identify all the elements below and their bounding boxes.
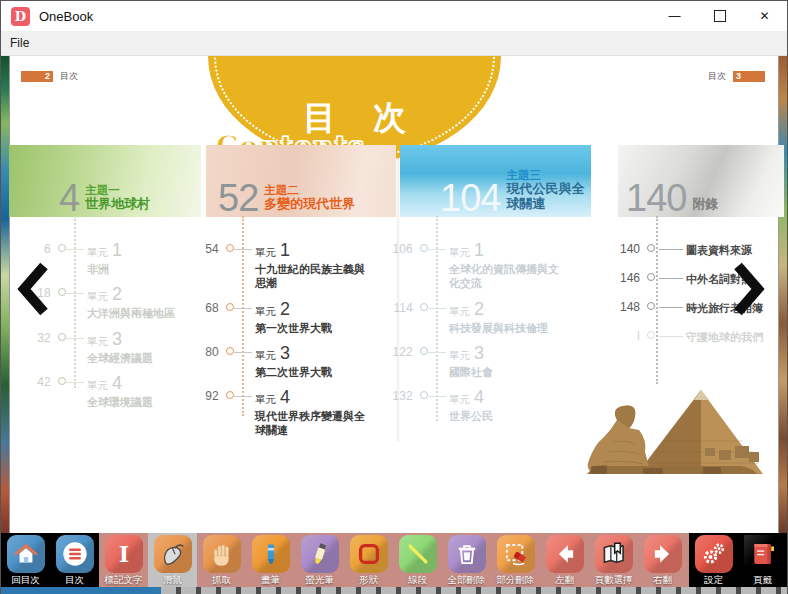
flip-right-icon bbox=[644, 535, 682, 573]
toc-item-node bbox=[645, 269, 659, 287]
page-corner-left: 2 目次 bbox=[21, 70, 78, 83]
connector-line bbox=[428, 352, 446, 379]
toc-item[interactable]: 132單元4世界公民 bbox=[391, 387, 563, 423]
toc-item-node bbox=[56, 329, 66, 365]
connector-line bbox=[234, 352, 252, 379]
unit-label: 單元4 bbox=[449, 387, 563, 408]
text-mark-tool-button[interactable]: I標記文字 bbox=[99, 533, 148, 587]
unit-label: 單元3 bbox=[87, 329, 201, 350]
delete-all-tool-button[interactable]: 全部刪除 bbox=[442, 533, 491, 587]
flip-next-page-button[interactable] bbox=[732, 262, 768, 316]
circle-marker-icon bbox=[226, 303, 234, 311]
toc-item-page-number: 122 bbox=[391, 345, 418, 379]
toc-item-page-number: I bbox=[611, 329, 645, 345]
toc-item-page-number: 148 bbox=[611, 300, 645, 316]
toc-item-node bbox=[418, 387, 428, 423]
maximize-button[interactable] bbox=[697, 1, 742, 31]
toc-item[interactable]: I守護地球的我們 bbox=[611, 327, 783, 345]
circle-marker-icon bbox=[420, 303, 428, 311]
page-select-icon bbox=[595, 535, 633, 573]
toc-item-node bbox=[645, 298, 659, 316]
maximize-icon bbox=[714, 10, 726, 22]
connector-line bbox=[659, 307, 683, 316]
home-tool-button[interactable]: 回目次 bbox=[1, 533, 50, 587]
mouse-icon bbox=[154, 535, 192, 573]
connector-line bbox=[234, 308, 252, 335]
toc-item[interactable]: 114單元2科技發展與科技倫理 bbox=[391, 299, 563, 335]
toc-item-title: 科技發展與科技倫理 bbox=[449, 321, 563, 335]
tool-label: 回目次 bbox=[11, 574, 40, 587]
menu-file[interactable]: File bbox=[1, 36, 38, 50]
toc-item[interactable]: 68單元2第一次世界大戰 bbox=[197, 299, 369, 335]
tool-label: 頁籤 bbox=[753, 574, 772, 587]
unit-label: 單元4 bbox=[87, 373, 201, 394]
partial-erase-tool-button[interactable]: 部分刪除 bbox=[491, 533, 540, 587]
page-corner-label: 目次 bbox=[60, 70, 78, 83]
close-button[interactable]: ✕ bbox=[742, 1, 787, 31]
shape-tool-button[interactable]: 形狀 bbox=[344, 533, 393, 587]
toc-item-title: 現代世界秩序變遷與全球關連 bbox=[255, 409, 369, 438]
book-page-stage: 2 目次 目次 3 目 次 Contents 4主題一世界地球村52主題二多變的… bbox=[1, 56, 787, 533]
flip-right-tool-button[interactable]: 右翻 bbox=[638, 533, 687, 587]
title-bar: D OneBook — ✕ bbox=[1, 1, 787, 31]
toc-item-node bbox=[224, 299, 234, 335]
toc-item-title: 圖表資料來源 bbox=[686, 243, 783, 258]
unit-label: 單元1 bbox=[449, 240, 563, 261]
svg-text:I: I bbox=[118, 541, 128, 567]
minimize-button[interactable]: — bbox=[652, 1, 697, 31]
circle-marker-icon bbox=[420, 347, 428, 355]
hand-grab-tool-button[interactable]: 抓取 bbox=[197, 533, 246, 587]
connector-line bbox=[428, 249, 446, 291]
connector-line bbox=[66, 382, 84, 409]
toc-item[interactable]: 122單元3國際社會 bbox=[391, 343, 563, 379]
toc-item-page-number: 114 bbox=[391, 301, 418, 335]
theme-page-number: 140 bbox=[626, 182, 686, 214]
toc-item[interactable]: 6單元1非洲 bbox=[29, 240, 201, 276]
text-mark-icon: I bbox=[105, 535, 143, 573]
mouse-tool-button[interactable]: 滑鼠 bbox=[148, 533, 197, 587]
toc-item[interactable]: 92單元4現代世界秩序變遷與全球關連 bbox=[197, 387, 369, 438]
highlighter-tool-button[interactable]: 螢光筆 bbox=[295, 533, 344, 587]
theme-title: 世界地球村 bbox=[85, 197, 150, 212]
toc-list-tool-button[interactable]: 目次 bbox=[50, 533, 99, 587]
unit-label: 單元2 bbox=[449, 299, 563, 320]
toolbar-section-black-0: 回目次目次 bbox=[1, 533, 99, 587]
tool-label: 螢光筆 bbox=[305, 574, 334, 587]
circle-marker-icon bbox=[647, 302, 655, 310]
toc-item-title: 守護地球的我們 bbox=[686, 330, 783, 345]
connector-line bbox=[234, 249, 252, 291]
toc-item[interactable]: 32單元3全球經濟議題 bbox=[29, 329, 201, 365]
page-tab-tool-button[interactable]: 頁籤 bbox=[738, 533, 787, 587]
settings-gear-tool-button[interactable]: 設定 bbox=[689, 533, 738, 587]
toc-item-title: 全球環境議題 bbox=[87, 395, 201, 409]
toc-item[interactable]: 18單元2大洋洲與兩極地區 bbox=[29, 284, 201, 320]
toc-item[interactable]: 106單元1全球化的資訊傳播與文化交流 bbox=[391, 240, 563, 291]
toc-item-page-number: 146 bbox=[611, 271, 645, 287]
connector-line bbox=[428, 396, 446, 423]
tool-label: 目次 bbox=[65, 574, 84, 587]
toc-item[interactable]: 42單元4全球環境議題 bbox=[29, 373, 201, 409]
page-thumbnail-strip[interactable] bbox=[1, 587, 787, 594]
flip-previous-page-button[interactable] bbox=[14, 262, 50, 316]
page-edge-left bbox=[1, 56, 10, 533]
hand-grab-icon bbox=[203, 535, 241, 573]
connector-line bbox=[428, 308, 446, 335]
toc-item-title: 第一次世界大戰 bbox=[255, 321, 369, 335]
page-select-tool-button[interactable]: 頁數選擇 bbox=[589, 533, 638, 587]
theme-banner-4: 140附錄 bbox=[618, 145, 784, 217]
toc-item[interactable]: 54單元1十九世紀的民族主義與思潮 bbox=[197, 240, 369, 291]
circle-marker-icon bbox=[226, 347, 234, 355]
toc-item-node bbox=[56, 373, 66, 409]
tool-label: 設定 bbox=[704, 574, 723, 587]
circle-marker-icon bbox=[226, 391, 234, 399]
theme-banner-2: 52主題二多變的現代世界 bbox=[206, 145, 396, 217]
toc-item-page-number: 32 bbox=[29, 331, 56, 365]
line-segment-tool-button[interactable]: 線段 bbox=[393, 533, 442, 587]
toc-item[interactable]: 80單元3第二次世界大戰 bbox=[197, 343, 369, 379]
flip-left-tool-button[interactable]: 左翻 bbox=[540, 533, 589, 587]
page-number-tab: 3 bbox=[733, 71, 765, 82]
tool-label: 右翻 bbox=[653, 574, 672, 587]
unit-label: 單元1 bbox=[87, 240, 201, 261]
toc-item[interactable]: 140圖表資料來源 bbox=[611, 240, 783, 258]
pen-tool-button[interactable]: 畫筆 bbox=[246, 533, 295, 587]
